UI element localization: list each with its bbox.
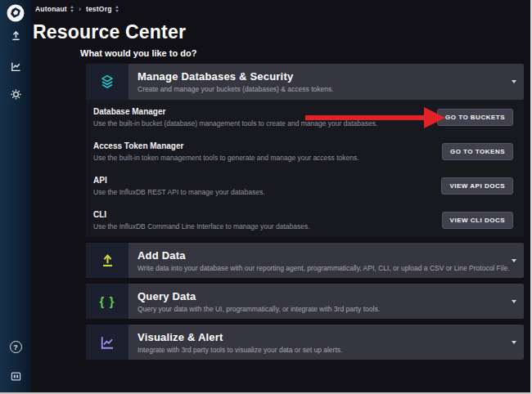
sidebar: ? [0,0,31,392]
breadcrumb-org-switcher[interactable]: Autonaut [35,5,74,13]
row-cli: CLI Use the InfluxDB Command Line Interf… [86,203,524,237]
project-name: testOrg [86,5,112,13]
card-manage-databases-body: Database Manager Use the built-in bucket… [86,100,524,237]
switcher-caret-icon [70,6,74,12]
go-to-tokens-button[interactable]: GO TO TOKENS [442,143,513,160]
row-api: API Use the InfluxDB REST API to manage … [86,168,524,203]
breadcrumb: Autonaut › testOrg [35,5,119,13]
row-title: Database Manager [93,107,377,116]
influxdb-logo[interactable] [0,4,31,22]
row-description: Use the built-in bucket (database) manag… [93,119,377,128]
layers-icon [86,64,128,100]
row-title: API [93,176,265,185]
card-title: Add Data [138,249,524,262]
card-visualize-alert[interactable]: Visualize & Alert Integrate with 3rd par… [86,325,524,360]
switcher-caret-icon [115,6,119,12]
resource-cards: Manage Databases & Security Create and m… [86,64,524,360]
row-database-manager: Database Manager Use the built-in bucket… [86,100,524,134]
graph-icon[interactable] [0,60,31,73]
card-title: Visualize & Alert [138,331,524,343]
org-icon[interactable] [0,370,31,383]
chevron-down-icon [512,341,516,344]
row-description: Use the InfluxDB Command Line Interface … [93,222,310,231]
page-title: Resource Center [33,21,186,43]
go-to-buckets-button[interactable]: GO TO BUCKETS [437,109,513,126]
card-query-data[interactable]: { } Query Data Query your data with the … [86,284,524,319]
view-cli-docs-button[interactable]: VIEW CLI DOCS [442,212,513,229]
card-manage-databases-header[interactable]: Manage Databases & Security Create and m… [86,64,524,100]
braces-icon: { } [86,284,128,319]
line-chart-icon [86,325,128,360]
view-api-docs-button[interactable]: VIEW API DOCS [441,177,513,195]
card-subtitle: Query your data with the UI, programmati… [138,305,524,313]
question-mark: ? [10,341,22,353]
chevron-down-icon [512,259,516,262]
row-description: Use the InfluxDB REST API to manage your… [93,188,265,196]
card-subtitle: Create and manage your buckets (database… [138,85,524,93]
chevron-down-icon [512,300,516,303]
gear-icon[interactable] [0,88,31,101]
help-icon[interactable]: ? [0,341,31,353]
app-window: ? Autonaut › testOrg Resource Center Wha… [0,0,532,394]
question-heading: What would you like to do? [80,48,196,58]
row-title: Access Token Manager [93,141,359,150]
card-title: Manage Databases & Security [138,70,524,83]
row-access-token-manager: Access Token Manager Use the built-in to… [86,134,524,168]
org-name: Autonaut [35,5,67,13]
upload-icon [86,243,128,278]
row-title: CLI [93,210,310,219]
card-manage-databases: Manage Databases & Security Create and m… [86,64,524,237]
breadcrumb-separator: › [79,5,81,13]
card-subtitle: Integrate with 3rd party tools to visual… [138,346,524,354]
breadcrumb-project-switcher[interactable]: testOrg [86,5,119,13]
upload-icon[interactable] [0,29,31,42]
card-title: Query Data [138,290,524,302]
chevron-down-icon [512,80,516,83]
card-subtitle: Write data into your database with our r… [138,264,524,272]
card-add-data[interactable]: Add Data Write data into your database w… [86,243,524,278]
row-description: Use the built-in token management tools … [93,154,359,162]
